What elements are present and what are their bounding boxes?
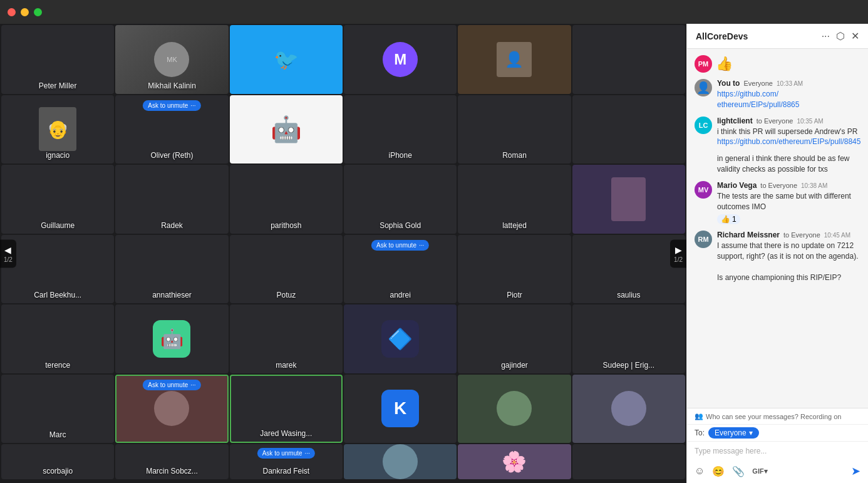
- more-options-icon[interactable]: ···: [822, 31, 830, 42]
- participant-radek: Radek: [115, 165, 228, 234]
- maximize-button[interactable]: [34, 8, 42, 16]
- emoji2-icon[interactable]: 😊: [712, 465, 725, 477]
- chevron-left-icon: ◀: [4, 244, 11, 254]
- participant-person3: [572, 375, 685, 444]
- message-input-area[interactable]: Type message here...: [687, 441, 868, 460]
- msg-content: in general i think there should be as fe…: [717, 153, 860, 175]
- message-lightclient-2: in general i think there should be as fe…: [695, 153, 860, 175]
- gif-icon[interactable]: GIF▾: [752, 467, 767, 475]
- msg-content-you: You to Everyone 10:33 AM https://github.…: [717, 79, 860, 110]
- msg-sender: Mario Vega: [717, 181, 757, 190]
- participant-name: Oliver (Reth): [115, 151, 228, 160]
- close-panel-icon[interactable]: ✕: [851, 30, 859, 42]
- video-grid: Peter Miller MK Mikhail Kalinin 🐦 M: [0, 24, 686, 483]
- participant-parithosh: parithosh: [230, 165, 343, 234]
- pm-avatar: PM: [695, 55, 712, 73]
- message-placeholder: Type message here...: [695, 447, 767, 455]
- participant-peter-miller: Peter Miller: [1, 25, 114, 94]
- popout-icon[interactable]: ⬡: [836, 30, 845, 42]
- participant-name: terence: [1, 361, 114, 370]
- participant-roman-photo: 👤: [458, 25, 571, 94]
- participant-roman: Roman: [458, 95, 571, 164]
- chat-messages: PM 👍 👤 You to Everyone 10:33 AM https://…: [687, 49, 868, 408]
- unmute-badge-dankrad[interactable]: Ask to unmute ···: [257, 448, 315, 459]
- msg-link[interactable]: https://github.com/ethereum/EIPs/pull/88…: [717, 90, 799, 109]
- more-icon: ···: [419, 242, 424, 249]
- msg-text: I assume that there is no update on 7212…: [717, 241, 860, 283]
- chat-panel: AllCoreDevs ··· ⬡ ✕ PM 👍 👤 You to: [686, 24, 868, 483]
- unmute-badge-oliver[interactable]: Ask to unmute ···: [143, 100, 200, 111]
- participant-name: Jared Wasing...: [231, 429, 341, 438]
- msg-time: 10:38 AM: [801, 182, 827, 189]
- participant-name: marek: [230, 361, 343, 370]
- msg-sender: Richard Meissner: [717, 231, 780, 239]
- msg-content-richard: Richard Meissner to Everyone 10:45 AM I …: [717, 231, 860, 283]
- participant-asian-man: [344, 444, 457, 479]
- participant-terence: terence: [1, 304, 114, 373]
- participant-mikhail-kalinin: MK Mikhail Kalinin: [115, 25, 228, 94]
- msg-meta: You to Everyone 10:33 AM: [717, 79, 860, 88]
- reaction-count: 1: [732, 215, 736, 224]
- participant-diamond: 🔷: [344, 304, 457, 373]
- msg-link[interactable]: https://github.com/ethereum/EIPs/pull/88…: [717, 137, 860, 146]
- next-page-button[interactable]: ▶ 1/2: [670, 239, 686, 267]
- panel-header: AllCoreDevs ··· ⬡ ✕: [687, 24, 868, 49]
- participant-name: parithosh: [230, 221, 343, 230]
- participant-name: Peter Miller: [1, 81, 114, 90]
- msg-sender: lightclient: [717, 117, 753, 125]
- participant-m-avatar: M: [344, 25, 457, 94]
- msg-avatar-you: 👤: [695, 79, 712, 96]
- unmute-label: Ask to unmute: [148, 382, 188, 388]
- page-label-left: 1/2: [4, 256, 13, 262]
- participant-sophia-gold: Sophia Gold: [344, 165, 457, 234]
- msg-text: The tests are the same but with differen…: [717, 191, 860, 212]
- participant-marc: Marc: [1, 375, 114, 444]
- to-row: To: Everyone ▾: [687, 424, 868, 441]
- participant-slot3: 🐦: [230, 25, 343, 94]
- participant-slot7: 🤖: [230, 95, 343, 164]
- participant-scorbajio: scorbajio: [1, 444, 114, 479]
- participant-name: lattejed: [458, 221, 571, 230]
- send-button[interactable]: ➤: [851, 464, 860, 478]
- participant-gajinder: gajinder: [458, 304, 571, 373]
- participant-andrei: Ask to unmute ··· andrei: [344, 235, 457, 304]
- file-icon[interactable]: 📎: [732, 465, 745, 477]
- recipient-dropdown[interactable]: Everyone ▾: [708, 427, 759, 439]
- participant-name: Sudeep | Erig...: [572, 361, 685, 370]
- participant-jared-wasing: Jared Wasing...: [230, 375, 343, 444]
- participant-empty-last: [572, 444, 685, 479]
- msg-time: 10:33 AM: [777, 80, 803, 87]
- unmute-label: Ask to unmute: [262, 450, 302, 457]
- message-lightclient: LC lightclient to Everyone 10:35 AM i th…: [695, 117, 860, 148]
- msg-time: 10:45 AM: [824, 232, 850, 239]
- participant-name: Guillaume: [1, 221, 114, 230]
- participant-name: Potuz: [230, 291, 343, 299]
- video-grid-container: ◀ 1/2 Peter Miller MK Mikhail Kalinin 🐦: [0, 24, 686, 483]
- message-richard: RM Richard Meissner to Everyone 10:45 AM…: [695, 231, 860, 283]
- msg-reaction-badge[interactable]: 👍 1: [717, 214, 740, 224]
- participant-name: Roman: [458, 151, 571, 160]
- unmute-badge-jared[interactable]: Ask to unmute ···: [143, 380, 200, 390]
- participant-k-avatar: K: [344, 375, 457, 444]
- minimize-button[interactable]: [21, 8, 29, 16]
- participant-marcin: Marcin Sobcz...: [115, 444, 228, 479]
- participant-name: Radek: [115, 221, 228, 230]
- participant-sudeep: Sudeep | Erig...: [572, 304, 685, 373]
- close-button[interactable]: [8, 8, 16, 16]
- prev-page-button[interactable]: ◀ 1/2: [0, 239, 16, 267]
- msg-avatar-richard: RM: [695, 231, 712, 248]
- unmute-badge-andrei[interactable]: Ask to unmute ···: [371, 240, 429, 251]
- participant-name: annathieser: [115, 291, 228, 299]
- participant-name: gajinder: [458, 361, 571, 370]
- visibility-text: Who can see your messages? Recording on: [706, 413, 841, 420]
- participant-person2: [458, 375, 571, 444]
- visibility-icon: 👥: [695, 412, 703, 420]
- message-mario-vega: MV Mario Vega to Everyone 10:38 AM The t…: [695, 181, 860, 225]
- toolbar-row: ☺ 😊 📎 GIF▾ ➤: [687, 460, 868, 483]
- participant-carl: Carl Beekhu...: [1, 235, 114, 304]
- recipient-label: Everyone: [715, 428, 747, 437]
- participant-ignacio: 👴 ignacio: [1, 95, 114, 164]
- emoji-icon[interactable]: ☺: [695, 465, 705, 477]
- participant-annathieser: annathieser: [115, 235, 228, 304]
- participant-name: Sophia Gold: [344, 221, 457, 230]
